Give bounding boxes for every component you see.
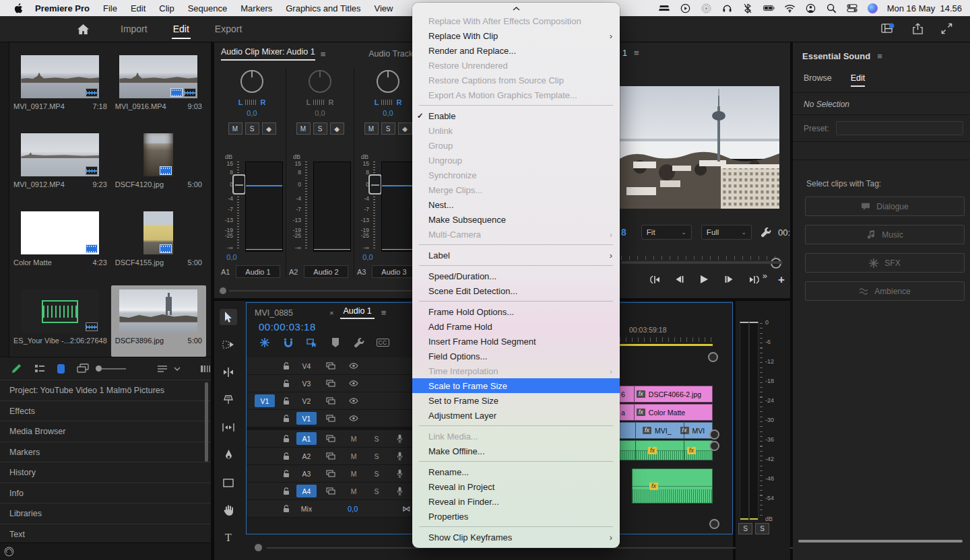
linked-selection-icon[interactable]: [306, 337, 318, 348]
menu-item-adjustment-layer[interactable]: Adjustment Layer: [412, 408, 620, 423]
play-button[interactable]: [698, 273, 711, 285]
source-patch[interactable]: [255, 432, 275, 445]
sync-lock-icon[interactable]: [322, 380, 340, 387]
timeline-timecode[interactable]: 00:00:03:18: [259, 321, 316, 332]
solo-button[interactable]: S: [368, 470, 385, 478]
scroll-knob[interactable]: [709, 519, 719, 529]
project-item-es-your-vibe[interactable]: ES_Your Vibe -...2:06:27648: [9, 285, 111, 357]
fader-track[interactable]: [237, 162, 239, 250]
selection-tool[interactable]: [220, 309, 237, 325]
solo-button[interactable]: S: [368, 435, 385, 443]
fader-handle[interactable]: [368, 174, 382, 195]
menubar-item-file[interactable]: File: [96, 3, 124, 13]
add-marker-icon[interactable]: [329, 337, 342, 348]
slip-tool[interactable]: [220, 419, 237, 435]
workspaces-icon[interactable]: [881, 23, 895, 35]
sidebar-item-text[interactable]: Text: [0, 524, 211, 545]
sync-lock-icon[interactable]: [322, 487, 340, 495]
solo-button[interactable]: S: [368, 452, 385, 460]
more-controls-icon[interactable]: »: [763, 271, 767, 281]
home-icon[interactable]: [77, 24, 90, 35]
header-tab-edit[interactable]: Edit: [172, 18, 191, 40]
pan-knob[interactable]: [240, 70, 263, 93]
razor-tool[interactable]: [220, 392, 237, 408]
go-to-in-button[interactable]: [648, 273, 661, 285]
menu-item-add-frame-hold[interactable]: Add Frame Hold: [412, 319, 620, 334]
step-forward-button[interactable]: [723, 273, 736, 285]
fader-track[interactable]: [373, 162, 375, 250]
project-item-color-matte[interactable]: Color Matte4:23: [9, 207, 111, 279]
lock-icon[interactable]: [279, 362, 294, 370]
menu-item-speed-duration[interactable]: Speed/Duration...: [412, 269, 620, 283]
chevron-down-icon[interactable]: [173, 362, 181, 376]
mute-button[interactable]: M: [345, 435, 362, 443]
filmstrip-icon[interactable]: [200, 362, 211, 376]
menu-item-set-to-frame-size[interactable]: Set to Frame Size: [412, 393, 620, 408]
track-target-a2[interactable]: A2: [296, 450, 317, 462]
solo-button[interactable]: S: [368, 487, 385, 495]
es-tab-browse[interactable]: Browse: [804, 73, 832, 87]
sidebar-item-markers[interactable]: Markers: [0, 442, 211, 462]
mute-button[interactable]: M: [345, 452, 362, 460]
mute-button[interactable]: M: [345, 470, 362, 478]
header-tab-import[interactable]: Import: [119, 18, 149, 40]
control-center-icon[interactable]: [847, 3, 858, 14]
lock-icon[interactable]: [279, 452, 294, 460]
track-target-a4[interactable]: A4: [296, 485, 317, 497]
source-patch[interactable]: [255, 377, 275, 390]
hand-tool[interactable]: [220, 502, 237, 518]
menu-item-reveal-in-project[interactable]: Reveal in Project: [412, 479, 620, 494]
spotlight-search-icon[interactable]: [826, 3, 837, 14]
fx-badge[interactable]: fx: [637, 390, 645, 398]
clip-audio-a1[interactable]: fx fx: [617, 440, 713, 460]
menu-item-render-and-replace[interactable]: Render and Replace...: [412, 43, 620, 58]
track-target-v3[interactable]: V3: [296, 377, 317, 390]
scroll-knob[interactable]: [709, 429, 719, 440]
lock-icon[interactable]: [279, 397, 294, 405]
clip-mvi-video[interactable]: fx MVI_ fx MVI: [617, 422, 713, 439]
timeline-ruler[interactable]: 00:03:59:18: [620, 324, 714, 342]
menubar-item-clip[interactable]: Clip: [152, 3, 181, 13]
battery-icon[interactable]: [763, 3, 775, 14]
header-tab-export[interactable]: Export: [214, 18, 243, 40]
sidebar-item-media-browser[interactable]: Media Browser: [0, 421, 211, 442]
track-target-v4[interactable]: V4: [296, 359, 317, 372]
menu-item-rename[interactable]: Rename...: [412, 464, 620, 479]
source-patch[interactable]: [255, 467, 275, 480]
panel-menu-icon[interactable]: ≡: [877, 51, 882, 61]
track-output-eye-icon[interactable]: [345, 415, 362, 421]
menu-item-insert-frame-hold-segment[interactable]: Insert Frame Hold Segment: [412, 334, 620, 349]
project-item-dscf4120-jpg[interactable]: DSCF4120.jpg5:00: [111, 129, 206, 201]
source-patch[interactable]: [255, 485, 275, 497]
menubar-item-edit[interactable]: Edit: [124, 3, 152, 13]
menu-item-replace-with-clip[interactable]: Replace With Clip›: [412, 28, 620, 43]
fader-track[interactable]: [305, 162, 307, 250]
fx-badge[interactable]: fx: [648, 447, 657, 454]
sync-lock-icon[interactable]: [322, 362, 340, 370]
lock-icon[interactable]: [279, 470, 294, 478]
close-tab-icon[interactable]: ×: [329, 309, 333, 317]
tab-audio-clip-mixer[interactable]: Audio Clip Mixer: Audio 1: [221, 47, 315, 61]
fader-handle[interactable]: [232, 174, 246, 195]
settings-wrench-icon[interactable]: [761, 228, 771, 238]
lock-icon[interactable]: [279, 487, 294, 495]
sync-lock-icon[interactable]: [322, 415, 340, 422]
icon-view-icon[interactable]: [57, 364, 65, 374]
tag-button-music[interactable]: Music: [805, 225, 965, 244]
mute-button[interactable]: M: [364, 123, 379, 135]
lock-icon[interactable]: [279, 435, 294, 443]
track-output-eye-icon[interactable]: [345, 398, 362, 404]
sidebar-item-history[interactable]: History: [0, 462, 211, 483]
wifi-icon[interactable]: [784, 3, 796, 14]
sync-lock-icon[interactable]: [322, 470, 340, 477]
menu-scroll-up-icon[interactable]: [412, 4, 620, 13]
mute-button[interactable]: M: [345, 487, 362, 495]
solo-button[interactable]: S: [313, 123, 327, 135]
fx-badge[interactable]: fx: [649, 483, 658, 490]
source-patch[interactable]: [255, 450, 275, 462]
project-item-mvi-0916-mp4[interactable]: MVI_0916.MP49:03: [111, 51, 206, 123]
track-output-eye-icon[interactable]: [345, 380, 362, 386]
automation-mode-icon[interactable]: ◆: [262, 123, 276, 135]
headphones-icon[interactable]: [721, 3, 733, 14]
project-item-dscf3896-jpg[interactable]: DSCF3896.jpg5:00: [111, 285, 206, 357]
